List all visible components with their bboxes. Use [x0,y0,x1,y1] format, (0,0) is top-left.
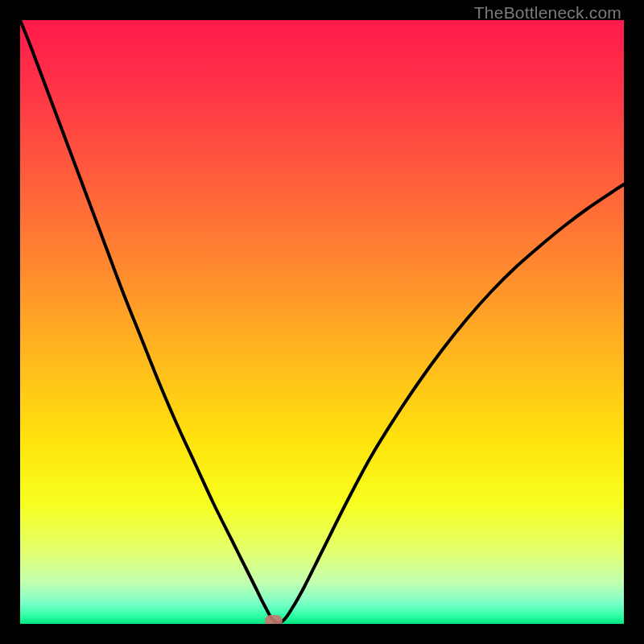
bottleneck-curve [20,20,624,624]
chart-frame: TheBottleneck.com [0,0,644,644]
plot-area [20,20,624,624]
minimum-marker [265,615,283,624]
